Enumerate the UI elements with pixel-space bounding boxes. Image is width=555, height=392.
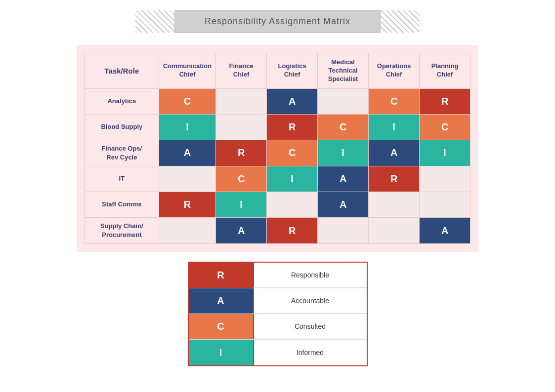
raci-cell-ops: R xyxy=(369,166,420,192)
raci-value: A xyxy=(369,140,419,166)
legend-value-R: Responsible xyxy=(253,263,367,288)
raci-value: C xyxy=(216,166,266,192)
raci-value: R xyxy=(267,115,317,140)
page-title: Responsibility Assignment Matrix xyxy=(174,10,381,33)
raci-value: A xyxy=(267,89,317,114)
raci-empty xyxy=(420,192,470,217)
raci-value: C xyxy=(318,115,368,140)
raci-cell-comm xyxy=(159,218,215,244)
raci-empty xyxy=(369,218,419,243)
raci-value: R xyxy=(369,166,419,192)
matrix-container: Task/Role CommunicationChiefFinanceChief… xyxy=(77,45,478,252)
legend-row: AAccountable xyxy=(189,288,367,314)
raci-cell-ops xyxy=(369,192,420,218)
legend-key-A: A xyxy=(189,288,253,314)
legend-row: IInformed xyxy=(189,340,367,365)
raci-cell-fin: R xyxy=(216,140,267,166)
raci-cell-log: R xyxy=(267,114,318,140)
legend-key-C: C xyxy=(189,314,253,339)
raci-empty xyxy=(159,166,215,192)
column-header-fin: FinanceChief xyxy=(216,53,267,89)
raci-cell-med: C xyxy=(318,114,369,140)
raci-cell-ops: C xyxy=(369,88,420,114)
raci-value: R xyxy=(420,89,470,114)
legend-key-R: R xyxy=(189,263,253,288)
raci-cell-plan xyxy=(420,166,470,192)
raci-cell-plan: I xyxy=(420,140,470,166)
task-role-header: Task/Role xyxy=(85,53,159,89)
table-row: Supply Chain/ProcurementARA xyxy=(85,218,470,244)
raci-cell-comm: A xyxy=(159,140,215,166)
raci-cell-plan xyxy=(420,192,470,218)
raci-empty xyxy=(216,89,266,114)
raci-cell-comm: I xyxy=(159,114,215,140)
legend-value-I: Informed xyxy=(253,340,367,365)
table-row: ITCIAR xyxy=(85,166,470,192)
task-label: Analytics xyxy=(85,88,159,114)
legend-container: RResponsibleAAccountableCConsultedIInfor… xyxy=(188,262,368,366)
raci-cell-fin: I xyxy=(216,192,267,218)
table-row: AnalyticsCACR xyxy=(85,88,470,114)
raci-value: A xyxy=(159,140,215,166)
column-header-plan: PlanningChief xyxy=(420,53,470,89)
task-label: IT xyxy=(85,166,159,192)
table-row: Staff CommsRIA xyxy=(85,192,470,218)
raci-matrix: Task/Role CommunicationChiefFinanceChief… xyxy=(85,53,470,244)
raci-cell-log: I xyxy=(267,166,318,192)
raci-value: C xyxy=(369,89,419,114)
raci-cell-med xyxy=(318,218,369,244)
raci-value: R xyxy=(267,218,317,243)
table-row: Blood SupplyIRCIC xyxy=(85,114,470,140)
raci-value: R xyxy=(216,140,266,166)
raci-cell-ops: A xyxy=(369,140,420,166)
raci-cell-comm: C xyxy=(159,88,215,114)
raci-value: A xyxy=(318,192,368,217)
raci-cell-log: A xyxy=(267,88,318,114)
legend-value-A: Accountable xyxy=(253,288,367,314)
raci-value: C xyxy=(159,89,215,114)
raci-value: I xyxy=(216,192,266,217)
raci-value: A xyxy=(420,218,470,243)
legend-key-I: I xyxy=(189,340,253,365)
raci-cell-ops: I xyxy=(369,114,420,140)
task-label: Supply Chain/Procurement xyxy=(85,218,159,244)
task-label: Staff Comms xyxy=(85,192,159,218)
raci-cell-log: R xyxy=(267,218,318,244)
table-row: Finance Ops/Rev CycleARCIAI xyxy=(85,140,470,166)
raci-cell-fin: A xyxy=(216,218,267,244)
raci-cell-med: A xyxy=(318,166,369,192)
raci-empty xyxy=(369,192,419,217)
raci-cell-fin: C xyxy=(216,166,267,192)
raci-cell-comm xyxy=(159,166,215,192)
raci-empty xyxy=(267,192,317,217)
legend-value-C: Consulted xyxy=(253,314,367,339)
legend-row: CConsulted xyxy=(189,314,367,340)
raci-empty xyxy=(420,166,470,192)
raci-cell-med: I xyxy=(318,140,369,166)
raci-cell-log: C xyxy=(267,140,318,166)
raci-empty xyxy=(318,89,368,114)
task-label: Blood Supply xyxy=(85,114,159,140)
raci-cell-fin xyxy=(216,88,267,114)
column-header-med: Medical TechnicalSpecialist xyxy=(318,53,369,89)
raci-value: I xyxy=(267,166,317,192)
raci-cell-log xyxy=(267,192,318,218)
raci-cell-plan: A xyxy=(420,218,470,244)
raci-value: C xyxy=(420,115,470,140)
raci-value: I xyxy=(420,140,470,166)
column-header-comm: CommunicationChief xyxy=(159,53,215,89)
raci-cell-fin xyxy=(216,114,267,140)
raci-cell-comm: R xyxy=(159,192,215,218)
raci-value: A xyxy=(216,218,266,243)
raci-cell-plan: R xyxy=(420,88,470,114)
raci-cell-med xyxy=(318,88,369,114)
raci-empty xyxy=(159,218,215,243)
column-header-ops: OperationsChief xyxy=(369,53,420,89)
raci-value: C xyxy=(267,140,317,166)
raci-cell-plan: C xyxy=(420,114,470,140)
raci-empty xyxy=(318,218,368,243)
raci-value: A xyxy=(318,166,368,192)
raci-value: I xyxy=(369,115,419,140)
raci-value: I xyxy=(159,115,215,140)
raci-empty xyxy=(216,115,266,140)
